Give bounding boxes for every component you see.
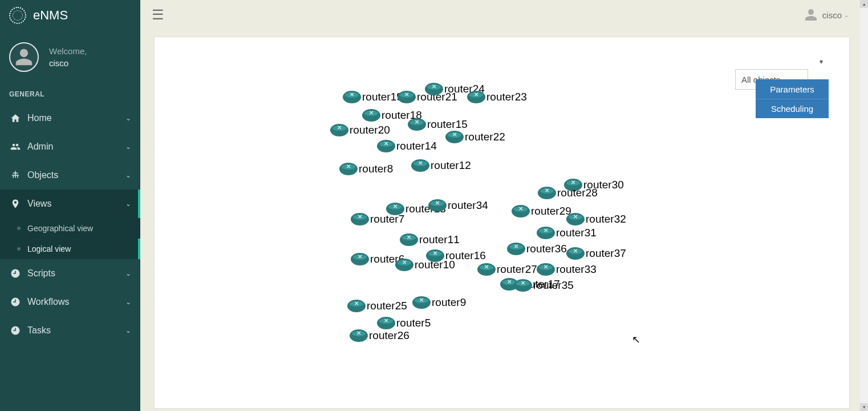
pin-icon <box>9 199 22 209</box>
parameters-button[interactable]: Parameters <box>756 79 829 99</box>
router-icon <box>507 243 525 255</box>
network-node[interactable]: router37 <box>566 247 626 260</box>
router-icon <box>412 296 431 309</box>
network-node[interactable]: router25 <box>347 300 407 312</box>
nav-objects[interactable]: Objects ⌄ <box>0 161 140 190</box>
network-node[interactable]: router32 <box>566 213 626 225</box>
router-icon <box>377 140 395 152</box>
browser-scrollbar[interactable]: ▴ ▾ <box>860 0 868 411</box>
nav-workflows[interactable]: Workflows ⌄ <box>0 288 140 316</box>
network-node[interactable]: router8 <box>339 163 393 175</box>
scroll-up-icon[interactable]: ▴ <box>860 0 868 8</box>
router-icon <box>566 247 585 260</box>
network-node[interactable]: router10 <box>395 259 455 271</box>
nav-views[interactable]: Views ⌄ <box>0 190 140 218</box>
network-node[interactable]: router15 <box>408 118 468 131</box>
node-label: router8 <box>359 163 393 175</box>
menu-toggle-icon[interactable]: ☰ <box>152 7 164 23</box>
welcome-block: Welcome, cisco <box>0 31 140 86</box>
scheduling-button[interactable]: Scheduling <box>756 99 829 118</box>
subnav-geographical[interactable]: Geographical view <box>0 218 140 239</box>
action-buttons: Parameters Scheduling <box>756 79 829 118</box>
chevron-down-icon: ⌄ <box>844 12 849 18</box>
network-node[interactable]: router14 <box>377 140 437 152</box>
network-node[interactable]: router28 <box>538 187 598 199</box>
chevron-down-icon: ⌄ <box>125 327 131 335</box>
network-node[interactable]: router31 <box>537 227 597 239</box>
node-label: router35 <box>533 279 574 292</box>
chevron-down-icon: ⌄ <box>125 200 131 208</box>
nav-admin[interactable]: Admin ⌄ <box>0 132 140 161</box>
chevron-down-icon: ⌄ <box>125 171 131 179</box>
chevron-down-icon: ⌄ <box>125 298 131 306</box>
nav-scripts[interactable]: Scripts ⌄ <box>0 259 140 288</box>
sitemap-icon <box>9 170 22 180</box>
router-icon <box>351 213 369 225</box>
brand-label: eNMS <box>33 8 68 23</box>
scroll-down-icon[interactable]: ▾ <box>860 403 868 411</box>
clock-icon <box>9 297 22 307</box>
network-node[interactable]: router19 <box>343 91 403 103</box>
nav-scripts-label: Scripts <box>27 268 55 279</box>
network-node[interactable]: router27 <box>477 263 537 276</box>
user-icon <box>14 47 34 67</box>
node-label: router32 <box>586 213 626 225</box>
node-label: router15 <box>427 118 468 131</box>
node-label: router12 <box>431 159 471 172</box>
subnav-logical[interactable]: Logical view <box>0 239 140 259</box>
node-label: router19 <box>362 91 403 103</box>
nav-home-label: Home <box>27 113 52 123</box>
network-node[interactable]: router5 <box>377 317 431 329</box>
network-node[interactable]: router26 <box>350 329 409 342</box>
node-label: router10 <box>415 259 455 271</box>
network-node[interactable]: router23 <box>467 91 527 103</box>
network-node[interactable]: router22 <box>445 131 505 143</box>
welcome-username: cisco <box>49 58 87 68</box>
router-icon <box>514 279 532 292</box>
chevron-down-icon: ⌄ <box>125 143 131 151</box>
nav-home[interactable]: Home ⌄ <box>0 104 140 132</box>
subnav-logical-label: Logical view <box>27 244 71 253</box>
router-icon <box>537 227 555 239</box>
welcome-greeting: Welcome, <box>49 46 87 56</box>
node-label: router25 <box>367 300 407 312</box>
avatar <box>9 42 39 72</box>
user-menu[interactable]: cisco ⌄ <box>804 8 849 22</box>
router-icon <box>400 233 418 246</box>
router-icon <box>537 263 555 276</box>
clock-icon <box>9 325 22 336</box>
router-icon <box>330 124 348 136</box>
sidebar: eNMS Welcome, cisco GENERAL Home ⌄ Admin… <box>0 0 140 411</box>
network-node[interactable]: router29 <box>512 205 571 217</box>
network-node[interactable]: router35 <box>514 279 574 292</box>
network-node[interactable]: router7 <box>351 213 404 225</box>
welcome-text: Welcome, cisco <box>49 46 87 68</box>
router-icon <box>445 131 464 143</box>
router-icon <box>408 118 426 131</box>
router-icon <box>411 159 429 172</box>
user-icon <box>804 8 818 22</box>
nav-tasks[interactable]: Tasks ⌄ <box>0 316 140 345</box>
chevron-down-icon: ⌄ <box>125 114 131 122</box>
network-node[interactable]: router9 <box>412 296 466 309</box>
topbar: ☰ cisco ⌄ <box>140 0 860 30</box>
router-icon <box>477 263 496 276</box>
network-node[interactable]: router34 <box>428 199 488 212</box>
node-label: router36 <box>526 243 567 255</box>
router-icon <box>428 199 447 212</box>
network-node[interactable]: router33 <box>537 263 597 276</box>
router-icon <box>351 253 369 265</box>
network-node[interactable]: router12 <box>411 159 471 172</box>
node-label: router31 <box>556 227 597 239</box>
router-icon <box>347 300 366 312</box>
bullet-icon <box>17 247 21 251</box>
users-icon <box>9 142 22 152</box>
home-icon <box>9 113 22 123</box>
nav-objects-label: Objects <box>27 170 58 180</box>
router-icon <box>398 91 416 103</box>
node-label: router37 <box>586 247 626 260</box>
network-node[interactable]: router11 <box>400 233 460 246</box>
network-node[interactable]: router36 <box>507 243 567 255</box>
node-label: router5 <box>396 317 431 329</box>
network-node[interactable]: router20 <box>330 124 390 136</box>
